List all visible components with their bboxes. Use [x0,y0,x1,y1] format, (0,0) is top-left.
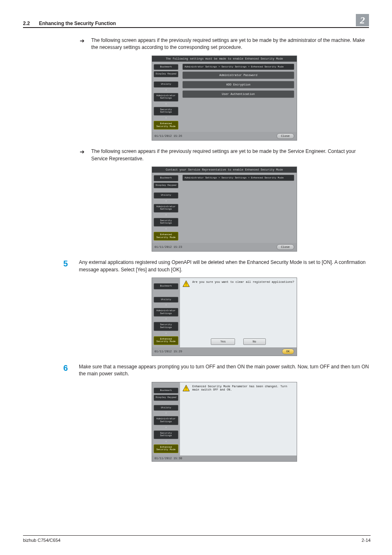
chevron-down-icon: ▾ [154,89,178,92]
step-row: 5 Any external applications registered u… [80,259,369,273]
screenshot-contact-service: Contact your Service Representative to e… [152,166,297,252]
bookmark-button[interactable]: Bookmark [154,64,178,70]
admin-settings-button[interactable]: Administrator Settings [154,204,178,213]
screenshot-clear-applications: Bookmark Utility ▾ Administrator Setting… [152,278,297,356]
alert-text: Enhanced Security Mode Parameter has bee… [192,385,294,392]
screenshot-container: Bookmark Display Keypad Utility ▾ Admini… [80,382,369,462]
paragraph: Any external applications registered usi… [79,259,369,273]
admin-settings-button[interactable]: Administrator Settings [154,308,178,317]
chevron-down-icon: ▾ [154,440,178,443]
screenshot-container: Bookmark Utility ▾ Administrator Setting… [80,278,369,356]
chevron-down-icon: ▾ [154,412,178,415]
security-settings-button[interactable]: Security Settings [154,322,178,331]
enhanced-security-mode-button[interactable]: Enhanced Security Mode [154,121,178,130]
enhanced-security-mode-button[interactable]: Enhanced Security Mode [154,336,178,345]
admin-settings-button[interactable]: Administrator Settings [154,93,178,102]
bookmark-button[interactable]: Bookmark [154,283,178,289]
screenshot-topbar: The following settings must be made to e… [152,56,297,62]
ok-button[interactable]: OK [282,349,294,354]
enhanced-security-mode-button[interactable]: Enhanced Security Mode [154,444,178,453]
warning-icon: ! [182,385,190,391]
header-left: 2.2 Enhancing the Security Function [23,21,116,26]
step-number: 5 [63,259,75,273]
chevron-down-icon: ▾ [154,200,178,203]
display-keypad-button[interactable]: Display Keypad [154,71,178,77]
display-keypad-button[interactable]: Display Keypad [154,395,178,401]
section-title: Enhancing the Security Function [39,21,116,26]
list-item[interactable]: Administrator Password [182,72,294,79]
screenshot-sidebar: Bookmark Utility ▾ Administrator Setting… [152,278,180,347]
timestamp: 01/11/2012 15:26 [154,134,182,138]
breadcrumb: Administrator Settings > Security Settin… [182,64,294,70]
confirm-row: Yes No [180,338,297,345]
utility-button[interactable]: Utility [154,192,178,199]
chevron-down-icon: ▾ [154,117,178,120]
display-keypad-button[interactable]: Display Keypad [154,183,178,189]
chevron-down-icon: ▾ [154,318,178,321]
bookmark-button[interactable]: Bookmark [154,388,178,394]
step-number: 6 [63,363,75,378]
screenshot-container: Contact your Service Representative to e… [80,166,369,252]
screenshot-footer: 01/11/2012 15:23 Close [152,243,297,251]
screenshot-enhanced-security-admin: The following settings must be made to e… [152,56,297,141]
bullet-row: ➔ The following screen appears if the pr… [80,37,369,51]
product-name: bizhub C754/C654 [23,538,60,543]
screenshot-main: Administrator Settings > Security Settin… [180,62,297,132]
screenshot-container: The following settings must be made to e… [80,56,369,141]
screenshot-footer: 01/11/2012 15:30 [152,456,297,461]
page-number: 2-14 [362,538,371,543]
screenshot-sidebar: Bookmark Display Keypad Utility ▾ Admini… [152,62,180,132]
chevron-down-icon: ▾ [154,228,178,231]
alert-row: ! Enhanced Security Mode Parameter has b… [180,382,297,392]
screenshot-power-cycle: Bookmark Display Keypad Utility ▾ Admini… [152,382,297,462]
paragraph: The following screen appears if the prev… [91,148,369,162]
paragraph: The following screen appears if the prev… [91,37,369,51]
security-settings-button[interactable]: Security Settings [154,107,178,116]
screenshot-sidebar: Bookmark Display Keypad Utility ▾ Admini… [152,382,180,456]
admin-settings-button[interactable]: Administrator Settings [154,416,178,425]
close-button[interactable]: Close [277,133,294,139]
screenshot-footer: 01/11/2012 15:26 Close [152,132,297,140]
screenshot-main: ! Enhanced Security Mode Parameter has b… [180,382,297,456]
content-area: ➔ The following screen appears if the pr… [23,28,369,462]
page-footer: bizhub C754/C654 2-14 [23,538,371,543]
svg-text:!: ! [186,282,187,287]
screenshot-main: Administrator Settings > Security Settin… [180,173,297,243]
chapter-badge: 2 [356,14,369,26]
page-header: 2.2 Enhancing the Security Function 2 [23,14,369,26]
security-settings-button[interactable]: Security Settings [154,430,178,439]
timestamp: 01/11/2012 15:23 [154,245,182,249]
security-settings-button[interactable]: Security Settings [154,218,178,227]
footer-rule [23,535,371,536]
svg-text:!: ! [186,386,187,391]
section-number: 2.2 [23,21,30,26]
utility-button[interactable]: Utility [154,297,178,303]
list-item[interactable]: User Authentication [182,90,294,98]
chevron-down-icon: ▾ [154,332,178,335]
chevron-down-icon: ▾ [154,304,178,307]
screenshot-topbar: Contact your Service Representative to e… [152,167,297,173]
arrow-icon: ➔ [80,148,87,162]
utility-button[interactable]: Utility [154,81,178,88]
step-row: 6 Make sure that a message appears promp… [80,363,369,378]
enhanced-security-mode-button[interactable]: Enhanced Security Mode [154,232,178,240]
arrow-icon: ➔ [80,37,87,51]
close-button[interactable]: Close [277,244,294,250]
chevron-down-icon: ▾ [154,426,178,429]
list-item[interactable]: HDD Encryption [182,81,294,88]
paragraph: Make sure that a message appears prompti… [79,363,369,378]
no-button[interactable]: No [243,338,265,345]
chevron-down-icon: ▾ [154,214,178,217]
screenshot-footer: 01/11/2012 15:29 OK [152,347,297,356]
alert-row: ! Are you sure you want to clear all reg… [180,278,297,287]
chevron-down-icon: ▾ [154,103,178,106]
screenshot-sidebar: Bookmark Display Keypad Utility ▾ Admini… [152,173,180,243]
yes-button[interactable]: Yes [211,338,235,345]
timestamp: 01/11/2012 15:29 [154,350,182,353]
alert-text: Are you sure you want to clear all regis… [192,280,294,284]
bookmark-button[interactable]: Bookmark [154,175,178,181]
utility-button[interactable]: Utility [154,405,178,411]
breadcrumb: Administrator Settings > Security Settin… [182,175,294,181]
screenshot-main: ! Are you sure you want to clear all reg… [180,278,297,347]
bullet-row: ➔ The following screen appears if the pr… [80,148,369,162]
